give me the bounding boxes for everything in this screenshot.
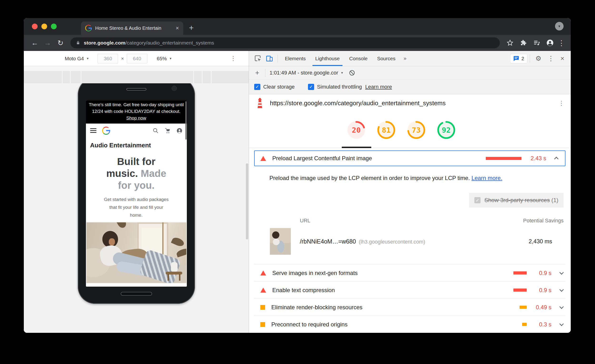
zoom-select[interactable]: 65% ▼ [157, 56, 172, 61]
savings-bar [513, 271, 527, 274]
bookmark-star-icon[interactable] [506, 39, 514, 46]
third-party-filter: ✓ Show 3rd-party resources (1) [469, 193, 564, 207]
fail-triangle-icon [260, 156, 266, 161]
account-icon[interactable] [176, 128, 183, 134]
media-playlist-icon[interactable] [533, 39, 540, 46]
phone-screen: There's still time. Get free two-day shi… [86, 100, 187, 287]
lcp-image-thumbnail [270, 228, 291, 255]
google-logo[interactable] [102, 127, 110, 135]
chevron-down-icon[interactable] [559, 270, 564, 274]
clear-storage-checkbox[interactable]: ✓ [254, 84, 260, 90]
browser-tab[interactable]: Home Stereo & Audio Entertain × [81, 21, 183, 35]
score-gauge-best-practices[interactable]: 73 [407, 121, 426, 140]
lighthouse-report: https://store.google.com/category/audio_… [249, 94, 571, 333]
issues-badge[interactable]: 2 [510, 54, 527, 63]
devtools-pane: Elements Lighthouse Console Sources » 2 … [249, 51, 571, 333]
report-selector[interactable]: 1:01:49 AM - store.google.cor ▼ [270, 70, 344, 76]
hero-subtitle: Get started with audio packages that fit… [103, 195, 170, 219]
audit-preconnect[interactable]: Preconnect to required origins 0.3 s [254, 316, 566, 333]
savings-column-header: Potential Savings [523, 218, 564, 224]
profile-avatar-icon[interactable] [546, 39, 554, 46]
score-gauge-performance[interactable]: 20 [347, 121, 366, 140]
report-url: https://store.google.com/category/audio_… [270, 100, 553, 107]
lock-icon [76, 41, 80, 45]
media-query-bar [24, 66, 249, 83]
phone-frame: There's still time. Get free two-day shi… [78, 83, 195, 304]
devtools-menu-icon[interactable]: ⋮ [545, 55, 557, 62]
device-height-input[interactable]: 640 [127, 54, 147, 63]
new-tab-button[interactable]: + [189, 23, 194, 32]
audit-next-gen-formats[interactable]: Serve images in next-gen formats 0.9 s [254, 264, 566, 282]
tab-close-icon[interactable]: × [176, 25, 179, 31]
forward-icon: → [42, 39, 53, 47]
resource-url: /rbNNiE4oM…=w680 [300, 238, 356, 245]
report-url-row: https://store.google.com/category/audio_… [249, 94, 571, 112]
more-tabs-icon[interactable]: » [400, 56, 410, 62]
promo-text: There's still time. Get free two-day shi… [89, 102, 184, 114]
emulation-scrollbar[interactable] [246, 163, 248, 240]
lighthouse-config-row: ✓ Clear storage ✓ Simulated throttling L… [249, 79, 571, 94]
clear-reports-icon[interactable] [349, 70, 355, 76]
menu-icon[interactable] [90, 128, 96, 133]
page-scrollbar[interactable] [185, 101, 187, 140]
reload-icon[interactable]: ↻ [55, 39, 66, 47]
settings-gear-icon[interactable]: ⚙ [532, 55, 545, 62]
tab-elements[interactable]: Elements [280, 51, 311, 66]
device-emulation-pane: Moto G4 ▼ 360 × 640 65% ▼ ⋮ [24, 51, 249, 333]
url-bar[interactable]: store.google.com/category/audio_entertai… [71, 37, 500, 48]
media-query-ruler[interactable] [24, 71, 249, 83]
tab-lighthouse[interactable]: Lighthouse [311, 51, 345, 66]
window-controls[interactable] [32, 24, 57, 29]
third-party-count: (1) [552, 197, 558, 203]
search-icon[interactable] [153, 128, 159, 134]
performance-tab-indicator [342, 147, 371, 148]
minimize-window-button[interactable] [41, 24, 47, 29]
maximize-window-button[interactable] [51, 24, 57, 29]
hero-heading: Built for music. Made for you. [86, 150, 187, 192]
back-icon[interactable]: ← [29, 39, 40, 47]
audit-preload-lcp[interactable]: Preload Largest Contentful Paint image 2… [254, 150, 566, 166]
simulated-throttling-checkbox[interactable]: ✓ [308, 84, 314, 90]
savings-bar [520, 306, 527, 309]
chevron-down-icon[interactable] [559, 322, 564, 326]
shop-now-link[interactable]: Shop now [126, 115, 146, 121]
audit-text-compression[interactable]: Enable text compression 0.9 s [254, 282, 566, 299]
chevron-down-icon[interactable] [559, 287, 564, 292]
url-domain: store.google.com [84, 40, 125, 45]
cart-icon[interactable] [164, 128, 171, 134]
new-report-icon[interactable]: + [254, 69, 261, 77]
savings-bar [522, 323, 527, 326]
resource-savings: 2,430 ms [529, 238, 552, 245]
throttling-learn-more-link[interactable]: Learn more [365, 84, 392, 90]
audit-description: Preload the image used by the LCP elemen… [269, 174, 556, 182]
chevron-up-icon[interactable] [554, 157, 558, 161]
device-width-input[interactable]: 360 [98, 54, 118, 63]
extensions-puzzle-icon[interactable] [520, 39, 527, 46]
score-gauge-accessibility[interactable]: 81 [377, 121, 396, 140]
audit-learn-more-link[interactable]: Learn more. [471, 175, 502, 181]
tab-search-icon[interactable]: ▼ [555, 22, 564, 30]
report-menu-icon[interactable]: ⋮ [558, 100, 565, 107]
tab-console[interactable]: Console [344, 51, 372, 66]
browser-menu-icon[interactable]: ⋮ [558, 39, 565, 47]
warning-square-icon [260, 322, 265, 327]
device-toolbar-menu-icon[interactable]: ⋮ [230, 55, 236, 62]
score-gauge-seo[interactable]: 92 [437, 121, 456, 140]
close-devtools-icon[interactable]: × [557, 55, 567, 62]
resource-host: (lh3.googleusercontent.com) [359, 239, 425, 245]
devtools-tabbar: Elements Lighthouse Console Sources » 2 … [249, 51, 571, 66]
savings-bar [513, 289, 527, 292]
issues-bubble-icon [513, 56, 519, 62]
nest-speaker [171, 262, 177, 272]
device-select[interactable]: Moto G4 ▼ [65, 56, 89, 61]
fail-triangle-icon [260, 288, 266, 293]
lighthouse-run-row: + 1:01:49 AM - store.google.cor ▼ [249, 66, 571, 79]
chevron-down-icon[interactable] [559, 305, 564, 309]
audit-render-blocking[interactable]: Eliminate render-blocking resources 0.49… [254, 299, 566, 316]
tab-sources[interactable]: Sources [372, 51, 400, 66]
chevron-down-icon: ▼ [86, 57, 89, 60]
close-window-button[interactable] [32, 24, 38, 29]
toggle-device-toolbar-icon[interactable] [266, 55, 273, 62]
phone-speaker [126, 88, 146, 91]
inspect-element-icon[interactable] [254, 55, 262, 62]
